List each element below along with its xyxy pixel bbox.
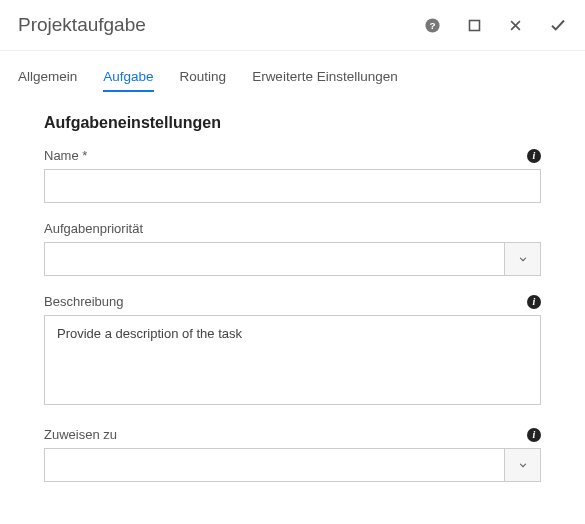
- name-input[interactable]: [44, 169, 541, 203]
- section-title: Aufgabeneinstellungen: [44, 114, 541, 132]
- description-textarea[interactable]: [44, 315, 541, 405]
- form-content: Aufgabeneinstellungen Name * i Aufgabenp…: [0, 92, 585, 482]
- tab-bar: Allgemein Aufgabe Routing Erweiterte Ein…: [0, 51, 585, 92]
- tab-routing[interactable]: Routing: [180, 69, 227, 92]
- field-name: Name * i: [44, 148, 541, 203]
- tab-general[interactable]: Allgemein: [18, 69, 77, 92]
- dialog-header: Projektaufgabe ?: [0, 0, 585, 51]
- chevron-down-icon: [518, 254, 528, 264]
- confirm-icon[interactable]: [549, 16, 567, 34]
- tab-task[interactable]: Aufgabe: [103, 69, 153, 92]
- field-assign: Zuweisen zu i: [44, 427, 541, 482]
- priority-select[interactable]: [44, 242, 505, 276]
- svg-rect-2: [470, 20, 480, 30]
- chevron-down-icon: [518, 460, 528, 470]
- priority-label: Aufgabenpriorität: [44, 221, 143, 236]
- name-label: Name *: [44, 148, 87, 163]
- info-icon[interactable]: i: [527, 428, 541, 442]
- assign-dropdown-button[interactable]: [505, 448, 541, 482]
- svg-text:?: ?: [429, 20, 435, 31]
- header-actions: ?: [424, 16, 567, 34]
- assign-select[interactable]: [44, 448, 505, 482]
- info-icon[interactable]: i: [527, 295, 541, 309]
- field-description: Beschreibung i: [44, 294, 541, 409]
- field-priority: Aufgabenpriorität: [44, 221, 541, 276]
- dialog-title: Projektaufgabe: [18, 14, 146, 36]
- info-icon[interactable]: i: [527, 149, 541, 163]
- tab-advanced[interactable]: Erweiterte Einstellungen: [252, 69, 398, 92]
- assign-label: Zuweisen zu: [44, 427, 117, 442]
- help-icon[interactable]: ?: [424, 17, 441, 34]
- description-label: Beschreibung: [44, 294, 124, 309]
- close-icon[interactable]: [508, 18, 523, 33]
- fullscreen-icon[interactable]: [467, 18, 482, 33]
- priority-dropdown-button[interactable]: [505, 242, 541, 276]
